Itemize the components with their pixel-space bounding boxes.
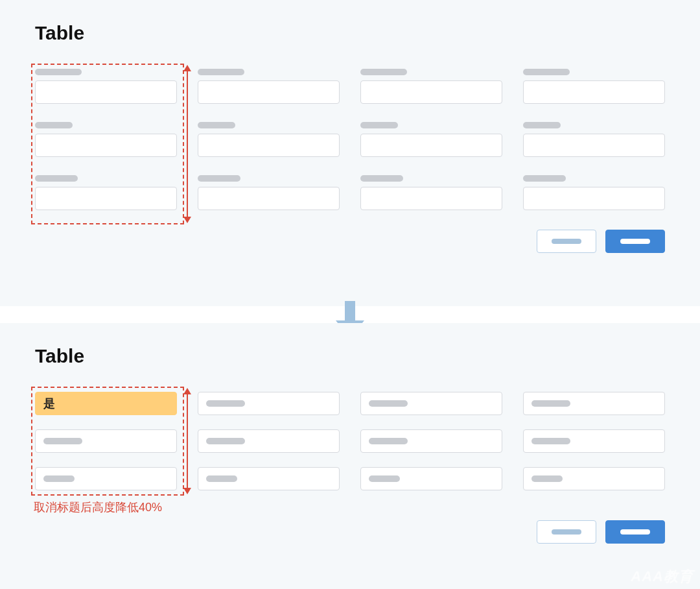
text-input[interactable] — [198, 187, 340, 210]
text-input[interactable] — [523, 134, 665, 157]
field — [198, 69, 340, 104]
placeholder-icon — [531, 438, 570, 444]
field-label — [198, 69, 244, 75]
field — [35, 122, 177, 157]
field-label — [360, 69, 407, 75]
text-input[interactable] — [360, 467, 502, 490]
field-label — [360, 122, 398, 128]
measure-arrow — [187, 389, 188, 493]
text-input[interactable] — [35, 467, 177, 490]
field — [198, 175, 340, 210]
field — [523, 122, 665, 157]
text-input[interactable] — [198, 80, 340, 104]
text-input[interactable] — [360, 134, 502, 157]
text-input[interactable] — [360, 187, 502, 210]
text-input[interactable] — [198, 467, 340, 490]
button-row — [35, 230, 665, 253]
text-input[interactable] — [523, 392, 665, 415]
annotation-label: 取消标题后高度降低40% — [34, 499, 162, 515]
text-input[interactable] — [523, 187, 665, 210]
field-label — [523, 122, 561, 128]
text-input-selected[interactable]: 是 — [35, 392, 177, 415]
text-input[interactable] — [35, 134, 177, 157]
button-row — [35, 520, 665, 544]
field — [360, 69, 502, 104]
panel-after: Table 取消标题后高度降低40% 是 — [0, 323, 700, 589]
text-input[interactable] — [523, 429, 665, 453]
secondary-button[interactable] — [537, 230, 596, 253]
field-label — [35, 69, 82, 75]
text-input[interactable] — [198, 429, 340, 453]
text-input[interactable] — [35, 187, 177, 210]
text-input[interactable] — [35, 429, 177, 453]
panel-before: Table — [0, 0, 700, 306]
placeholder-icon — [43, 438, 82, 444]
field-label — [523, 175, 566, 182]
field — [35, 175, 177, 210]
placeholder-icon — [206, 438, 245, 444]
placeholder-icon — [206, 400, 245, 407]
text-input[interactable] — [198, 134, 340, 157]
field — [360, 122, 502, 157]
panel-title: Table — [35, 22, 665, 44]
form-grid-compact: 取消标题后高度降低40% 是 — [35, 392, 665, 490]
text-input[interactable] — [35, 80, 177, 104]
field-label — [35, 122, 73, 128]
field-label — [35, 175, 78, 182]
placeholder-icon — [531, 400, 570, 407]
text-input[interactable] — [198, 392, 340, 415]
text-input[interactable] — [360, 429, 502, 453]
secondary-button[interactable] — [537, 520, 596, 544]
placeholder-icon — [369, 400, 408, 407]
primary-button[interactable] — [605, 230, 665, 253]
field-label — [523, 69, 570, 75]
watermark: AAA教育 — [631, 567, 694, 586]
field — [35, 69, 177, 104]
field — [360, 175, 502, 210]
field — [198, 122, 340, 157]
placeholder-icon — [43, 475, 75, 482]
primary-button[interactable] — [605, 520, 665, 544]
field — [523, 69, 665, 104]
field — [523, 175, 665, 210]
placeholder-icon — [369, 438, 408, 444]
field-label — [198, 175, 240, 182]
text-input[interactable] — [523, 80, 665, 104]
form-grid-labeled — [35, 69, 665, 210]
text-input[interactable] — [360, 392, 502, 415]
text-input[interactable] — [360, 80, 502, 104]
placeholder-icon — [531, 475, 563, 482]
text-input[interactable] — [523, 467, 665, 490]
placeholder-icon — [206, 475, 237, 482]
panel-title: Table — [35, 345, 665, 367]
field-label — [360, 175, 403, 182]
placeholder-icon — [369, 475, 400, 482]
measure-arrow — [187, 66, 188, 222]
field-label — [198, 122, 235, 128]
input-value: 是 — [43, 396, 55, 411]
